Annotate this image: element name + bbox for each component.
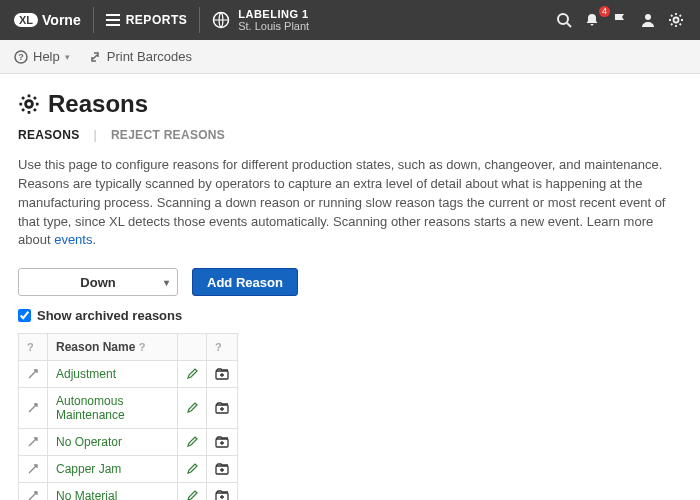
archive-icon[interactable] <box>207 429 238 456</box>
chevron-down-icon: ▾ <box>65 52 70 62</box>
archive-icon[interactable] <box>207 456 238 483</box>
desc-text-b: . <box>92 232 96 247</box>
archive-icon[interactable] <box>207 388 238 429</box>
brand-name: Vorne <box>42 12 81 28</box>
state-value: Down <box>80 275 115 290</box>
reasons-table: ? Reason Name ? ? AdjustmentAutonomous M… <box>18 333 238 500</box>
svg-point-3 <box>674 18 679 23</box>
edit-icon[interactable] <box>178 456 207 483</box>
search-icon[interactable] <box>556 12 574 28</box>
events-link[interactable]: events <box>54 232 92 247</box>
page-content: Reasons REASONS | REJECT REASONS Use thi… <box>0 74 700 500</box>
flag-icon[interactable] <box>612 12 630 28</box>
reports-menu[interactable]: REPORTS <box>106 13 188 27</box>
tab-separator: | <box>93 128 96 142</box>
table-row: Autonomous Maintenance <box>19 388 238 429</box>
reason-name[interactable]: No Material <box>48 483 178 500</box>
brand-logo[interactable]: XL Vorne <box>14 12 81 28</box>
plant-text: LABELING 1 St. Louis Plant <box>238 8 309 32</box>
reason-name[interactable]: No Operator <box>48 429 178 456</box>
show-archived-checkbox[interactable] <box>18 309 31 322</box>
page-description: Use this page to configure reasons for d… <box>18 156 678 250</box>
table-row: No Material <box>19 483 238 500</box>
plant-line: LABELING 1 <box>238 8 309 20</box>
reason-name[interactable]: Adjustment <box>48 361 178 388</box>
edit-icon[interactable] <box>178 483 207 500</box>
drag-handle[interactable] <box>19 361 48 388</box>
gear-icon <box>18 93 40 115</box>
notification-badge: 4 <box>599 6 610 17</box>
reports-label: REPORTS <box>126 13 188 27</box>
chevron-down-icon: ▾ <box>164 277 169 288</box>
state-dropdown[interactable]: Down ▾ <box>18 268 178 296</box>
plant-selector[interactable]: LABELING 1 St. Louis Plant <box>212 8 309 32</box>
brand-xl: XL <box>14 13 38 27</box>
table-row: Adjustment <box>19 361 238 388</box>
svg-point-6 <box>26 101 33 108</box>
page-title-text: Reasons <box>48 90 148 118</box>
header-archive: ? <box>207 334 238 361</box>
header-name: Reason Name ? <box>48 334 178 361</box>
header-drag: ? <box>19 334 48 361</box>
plant-site: St. Louis Plant <box>238 20 309 32</box>
link-icon <box>88 50 102 64</box>
toolbar: Down ▾ Add Reason <box>18 268 682 296</box>
table-row: No Operator <box>19 429 238 456</box>
gear-icon[interactable] <box>668 12 686 28</box>
hamburger-icon <box>106 14 120 26</box>
bell-icon[interactable]: 4 <box>584 12 602 28</box>
print-barcodes-link[interactable]: Print Barcodes <box>88 49 192 64</box>
show-archived-label: Show archived reasons <box>37 308 182 323</box>
reason-name[interactable]: Capper Jam <box>48 456 178 483</box>
print-label: Print Barcodes <box>107 49 192 64</box>
archive-icon[interactable] <box>207 361 238 388</box>
archive-icon[interactable] <box>207 483 238 500</box>
help-menu[interactable]: ? Help ▾ <box>14 49 70 64</box>
help-label: Help <box>33 49 60 64</box>
help-icon: ? <box>14 50 28 64</box>
table-row: Capper Jam <box>19 456 238 483</box>
page-tabs: REASONS | REJECT REASONS <box>18 128 682 142</box>
drag-handle[interactable] <box>19 388 48 429</box>
show-archived-toggle[interactable]: Show archived reasons <box>18 308 682 323</box>
header-name-text: Reason Name <box>56 340 135 354</box>
header-edit <box>178 334 207 361</box>
drag-handle[interactable] <box>19 456 48 483</box>
divider <box>199 7 200 33</box>
divider <box>93 7 94 33</box>
top-nav: XL Vorne REPORTS LABELING 1 St. Louis Pl… <box>0 0 700 40</box>
tab-reasons[interactable]: REASONS <box>18 128 79 142</box>
drag-handle[interactable] <box>19 483 48 500</box>
svg-point-1 <box>558 14 568 24</box>
help-icon[interactable]: ? <box>215 341 222 353</box>
page-title: Reasons <box>18 90 682 118</box>
user-icon[interactable] <box>640 12 658 28</box>
svg-point-2 <box>645 14 651 20</box>
drag-handle[interactable] <box>19 429 48 456</box>
edit-icon[interactable] <box>178 361 207 388</box>
globe-icon <box>212 11 230 29</box>
add-reason-button[interactable]: Add Reason <box>192 268 298 296</box>
edit-icon[interactable] <box>178 388 207 429</box>
sub-nav: ? Help ▾ Print Barcodes <box>0 40 700 74</box>
svg-text:?: ? <box>18 52 24 62</box>
reason-name[interactable]: Autonomous Maintenance <box>48 388 178 429</box>
edit-icon[interactable] <box>178 429 207 456</box>
tab-reject-reasons[interactable]: REJECT REASONS <box>111 128 225 142</box>
table-header-row: ? Reason Name ? ? <box>19 334 238 361</box>
help-icon[interactable]: ? <box>27 341 34 353</box>
desc-text-a: Use this page to configure reasons for d… <box>18 157 665 247</box>
help-icon[interactable]: ? <box>139 341 146 353</box>
